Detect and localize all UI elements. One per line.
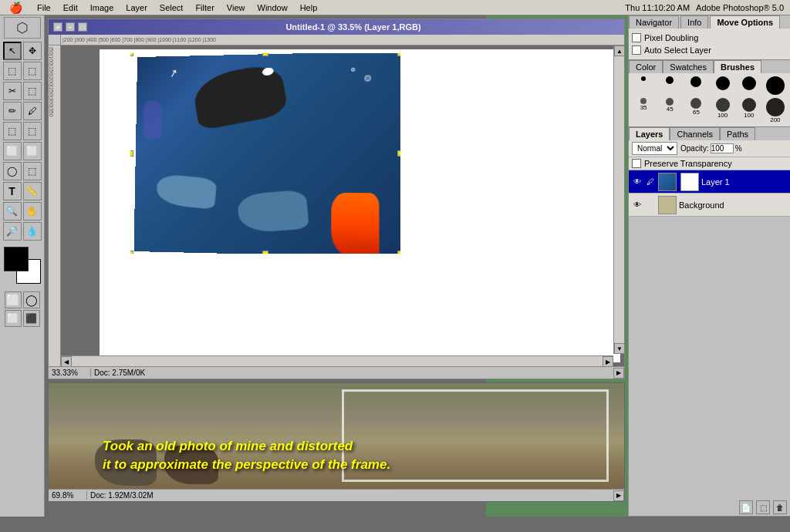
info-arrow[interactable]: ▶	[613, 368, 624, 379]
blend-mode-select[interactable]: Normal	[632, 142, 677, 155]
layer-duplicate-btn[interactable]: ⬚	[756, 500, 770, 514]
fullscreen-btn[interactable]: ⬛	[23, 310, 40, 327]
tab-channels[interactable]: Channels	[670, 127, 719, 140]
brush-5[interactable]	[738, 76, 761, 95]
ruler-horizontal: |200 |300 |400 |500 |600 |700 |800 |900 …	[61, 35, 624, 45]
tool-stamp[interactable]: ⬚	[23, 122, 42, 140]
menu-help[interactable]: Help	[294, 0, 324, 15]
tab-info[interactable]: Info	[680, 15, 708, 29]
transform-handle-bm[interactable]	[262, 251, 268, 254]
menu-select[interactable]: Select	[154, 0, 190, 15]
tab-move-options[interactable]: Move Options	[710, 15, 780, 29]
brush-12[interactable]: 200	[764, 98, 787, 123]
layers-options: Normal Opacity: %	[629, 140, 790, 157]
brush-3[interactable]	[684, 76, 707, 95]
tool-dodge[interactable]: ◯	[3, 162, 22, 180]
scroll-down[interactable]: ▼	[614, 343, 624, 354]
brush-7[interactable]: 35	[632, 98, 655, 123]
second-info-arrow[interactable]: ▶	[613, 490, 624, 501]
transform-handle-tm[interactable]	[262, 53, 268, 56]
menu-view[interactable]: View	[221, 0, 252, 15]
brush-1[interactable]	[632, 76, 655, 95]
layer-row-background[interactable]: 👁 Background	[629, 194, 790, 217]
scroll-up[interactable]: ▲	[614, 45, 624, 56]
color-picker[interactable]	[4, 247, 41, 284]
background-eye[interactable]: 👁	[632, 200, 643, 210]
tab-color[interactable]: Color	[629, 60, 663, 73]
pixel-doubling-checkbox[interactable]	[632, 33, 641, 42]
tool-bucket[interactable]: ⬚	[3, 122, 22, 140]
scrollbar-horizontal[interactable]: ◀ ▶	[61, 355, 613, 366]
scroll-left[interactable]: ◀	[61, 356, 72, 366]
tool-smudge[interactable]: ⬜	[23, 142, 42, 160]
scrollbar-vertical[interactable]: ▲ ▼	[613, 45, 624, 354]
close-button[interactable]: ×	[53, 22, 62, 32]
menu-window[interactable]: Window	[252, 0, 294, 15]
clock: Thu 11:10:20 AM	[625, 3, 690, 12]
menu-file[interactable]: File	[31, 0, 57, 15]
mask-btn[interactable]: ⬜	[5, 291, 22, 308]
image-transform[interactable]: ↗	[130, 53, 400, 254]
brush-6[interactable]	[764, 76, 787, 95]
tool-measure[interactable]: 📏	[23, 182, 42, 200]
canvas-workspace[interactable]: ↗	[61, 45, 624, 366]
brush-9[interactable]: 65	[684, 98, 707, 123]
layer-delete-btn[interactable]: 🗑	[773, 500, 787, 514]
layer1-eye[interactable]: 👁	[632, 177, 643, 187]
tool-brush[interactable]: 🖊	[23, 102, 42, 120]
tool-eraser[interactable]: ⬜	[3, 142, 22, 160]
brush-2[interactable]	[658, 76, 681, 95]
brush-11[interactable]: 100	[738, 98, 761, 123]
foreground-color[interactable]	[4, 247, 29, 271]
tab-swatches[interactable]: Swatches	[663, 60, 714, 73]
tool-crop[interactable]: ✂	[3, 82, 22, 100]
layer-row-layer1[interactable]: 👁 🖊 Layer 1	[629, 170, 790, 194]
tab-paths[interactable]: Paths	[720, 127, 755, 140]
tool-pen[interactable]: ⬚	[23, 162, 42, 180]
tool-lasso[interactable]: ⬚	[23, 62, 42, 80]
transform-handle-mr[interactable]	[397, 150, 400, 157]
tool-type[interactable]: T	[3, 182, 22, 200]
brush-10[interactable]: 100	[711, 98, 734, 123]
screen-btn[interactable]: ⬜	[5, 310, 22, 327]
tab-navigator[interactable]: Navigator	[629, 15, 679, 29]
menu-filter[interactable]: Filter	[189, 0, 220, 15]
tool-magic-wand[interactable]: ⬚	[23, 82, 42, 100]
tool-zoom[interactable]: 🔎	[3, 222, 22, 241]
minimize-button[interactable]: −	[66, 22, 75, 32]
apple-menu[interactable]: 🍎	[0, 2, 31, 14]
tool-gradient[interactable]: 🔍	[3, 202, 22, 221]
layer-new-btn[interactable]: 📄	[739, 500, 753, 514]
tab-layers[interactable]: Layers	[629, 127, 670, 140]
tool-pencil[interactable]: ✏	[3, 102, 22, 120]
transform-handle-ml[interactable]	[130, 150, 133, 157]
layer1-brush[interactable]: 🖊	[645, 177, 656, 187]
menu-edit[interactable]: Edit	[57, 0, 84, 15]
transform-handle-tr[interactable]	[397, 53, 400, 56]
tool-eyedropper[interactable]: 💧	[23, 222, 42, 241]
menu-image[interactable]: Image	[84, 0, 120, 15]
photoshop-logo: ⬡	[4, 17, 41, 39]
second-canvas-statusbar: 69.8% Doc: 1.92M/3.02M ▶	[49, 489, 624, 501]
tab-brushes[interactable]: Brushes	[714, 60, 761, 73]
mode-btn[interactable]: ◯	[23, 291, 40, 308]
transform-handle-tl[interactable]	[130, 53, 133, 56]
scroll-right[interactable]: ▶	[603, 356, 613, 366]
menu-layer[interactable]: Layer	[120, 0, 154, 15]
transform-handle-bl[interactable]	[130, 251, 133, 254]
brush-4[interactable]	[711, 76, 734, 95]
csb-tabs: Color Swatches Brushes	[629, 60, 790, 73]
maximize-button[interactable]: □	[78, 22, 87, 32]
tool-rect-select[interactable]: ⬚	[3, 62, 22, 80]
scroll-track-h[interactable]	[72, 356, 603, 366]
transform-handle-br[interactable]	[397, 251, 400, 254]
opacity-input[interactable]	[711, 143, 734, 153]
tool-arrow[interactable]: ↖	[3, 42, 22, 60]
preserve-checkbox[interactable]	[632, 159, 641, 168]
tool-hand[interactable]: ✋	[23, 202, 42, 221]
diver-shape	[143, 101, 162, 139]
tool-move[interactable]: ✥	[23, 42, 42, 60]
auto-select-checkbox[interactable]	[632, 45, 641, 55]
scroll-track-v[interactable]	[614, 56, 624, 343]
brush-8[interactable]: 45	[658, 98, 681, 123]
